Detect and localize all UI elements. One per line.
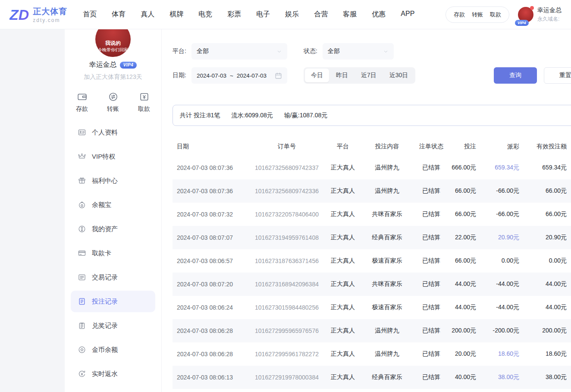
table-row[interactable]: 2024-07-03 08:06:28 1016272995965976576 … xyxy=(173,319,571,342)
table-row[interactable]: 2024-07-03 08:06:13 1016272919978000384 … xyxy=(173,366,571,389)
cell-order-number: 1016272919978000384 xyxy=(250,374,323,381)
sidebar-item[interactable]: 实时返水 xyxy=(71,363,155,385)
nav-item[interactable]: 电子 xyxy=(256,10,270,19)
sidebar-item-icon xyxy=(78,370,86,378)
date-separator: ~ xyxy=(230,72,233,79)
table-row[interactable]: 2024-07-03 08:06:28 1016272995961782272 … xyxy=(173,342,571,366)
main-nav: 首页体育真人棋牌电竞彩票电子娱乐合营客服优惠APP xyxy=(83,10,414,19)
sidebar-item[interactable]: 余额宝 xyxy=(71,194,155,216)
table-row[interactable]: 2024-07-03 08:07:07 1016273194959761408 … xyxy=(173,226,571,249)
brand-logo[interactable]: ZD 正大体育 zdty.com xyxy=(9,6,67,23)
cell-date: 2024-07-03 08:07:36 xyxy=(173,188,250,194)
date-range-tab[interactable]: 今日 xyxy=(305,69,329,82)
col-header-content: 投注内容 xyxy=(362,143,412,151)
nav-item[interactable]: 电竞 xyxy=(198,10,212,19)
sidebar-item[interactable]: 福利中心 xyxy=(71,170,155,191)
date-range-tab[interactable]: 近30日 xyxy=(383,69,414,82)
date-range-tab[interactable]: 昨日 xyxy=(330,69,354,82)
sidebar-item-label: 投注记录 xyxy=(92,298,118,306)
table-row[interactable]: 2024-07-03 08:06:24 1016273015984480256 … xyxy=(173,296,571,319)
sidebar-item[interactable]: VIP特权 xyxy=(71,146,155,167)
wallet-link[interactable]: 存款 xyxy=(454,11,465,19)
quick-actions: 存款 转账 取款 xyxy=(65,91,161,113)
sidebar-item[interactable]: 兑奖记录 xyxy=(71,315,155,336)
wallet-link[interactable]: 取款 xyxy=(490,11,501,19)
quick-action[interactable]: 取款 xyxy=(138,91,150,113)
cell-status: 已结算 xyxy=(412,234,451,241)
nav-item[interactable]: 真人 xyxy=(141,10,154,19)
header-user-block[interactable]: VIP4 幸运金总 永久域名: xyxy=(518,6,562,23)
avatar[interactable]: VIP4 xyxy=(518,7,533,22)
nav-item[interactable]: 首页 xyxy=(83,10,97,19)
cell-bet-content: 共咪百家乐 xyxy=(362,280,412,288)
nav-item[interactable]: 客服 xyxy=(343,10,357,19)
sidebar-item-label: 兑奖记录 xyxy=(92,322,118,330)
filter-row-platform: 平台: 全部 状态: 全部 xyxy=(173,43,571,60)
cell-date: 2024-07-03 08:07:36 xyxy=(173,164,250,171)
sidebar-item-label: 福利中心 xyxy=(92,177,118,185)
sidebar: 我说的 今晚带你们回家 幸运金总 VIP4 加入正大体育第123天 存款 转账 … xyxy=(65,29,162,392)
cell-bet-amount: 20.00元 xyxy=(451,350,479,358)
avatar[interactable]: 我说的 今晚带你们回家 xyxy=(95,29,131,57)
table-row[interactable]: 2024-07-03 08:06:57 1016273187636371456 … xyxy=(173,249,571,273)
cell-valid-amount: 38.00元 xyxy=(522,373,571,381)
quick-action[interactable]: 转账 xyxy=(107,91,119,113)
top-header: ZD 正大体育 zdty.com 首页体育真人棋牌电竞彩票电子娱乐合营客服优惠A… xyxy=(0,0,571,29)
avatar-overlay-text: 今晚带你们回家 xyxy=(98,47,128,53)
nav-item[interactable]: 娱乐 xyxy=(285,10,299,19)
cell-bet-content: 温州牌九 xyxy=(362,187,412,195)
cell-order-number: 1016273168942096384 xyxy=(250,281,323,288)
brand-name: 正大体育 xyxy=(33,6,67,17)
cell-order-number: 1016272995965976576 xyxy=(250,327,323,334)
brand-domain: zdty.com xyxy=(33,17,67,23)
cell-order-number: 1016273256809742337 xyxy=(250,164,323,171)
cell-bet-amount: 66.00元 xyxy=(451,187,479,195)
table-row[interactable]: 2024-07-03 08:07:36 1016273256809742336 … xyxy=(173,179,571,203)
table-body: 2024-07-03 08:07:36 1016273256809742337 … xyxy=(173,156,571,389)
cell-status: 已结算 xyxy=(412,257,451,265)
date-label: 日期: xyxy=(173,72,186,79)
cell-bet-content: 经典百家乐 xyxy=(362,373,412,381)
quick-action[interactable]: 存款 xyxy=(76,91,88,113)
cell-valid-amount: 0.00元 xyxy=(522,257,571,265)
summary-total: 共计 投注:81笔 xyxy=(180,112,220,119)
cell-platform: 正大真人 xyxy=(323,327,362,335)
sidebar-item[interactable]: 投注记录 xyxy=(71,291,155,312)
sidebar-item[interactable]: 取款卡 xyxy=(71,242,155,264)
nav-item[interactable]: 彩票 xyxy=(227,10,241,19)
sidebar-item[interactable]: 个人资料 xyxy=(71,122,155,143)
sidebar-item[interactable]: 消息中心 27 xyxy=(71,387,155,392)
summary-winloss: 输/赢:1087.08元 xyxy=(284,112,327,119)
cell-date: 2024-07-03 08:07:32 xyxy=(173,211,250,218)
cell-status: 已结算 xyxy=(412,187,451,195)
table-row[interactable]: 2024-07-03 08:07:36 1016273256809742337 … xyxy=(173,156,571,179)
cell-bet-content: 共咪百家乐 xyxy=(362,210,412,218)
nav-item[interactable]: APP xyxy=(401,10,414,19)
cell-platform: 正大真人 xyxy=(323,257,362,265)
quick-action-icon xyxy=(108,91,119,102)
sidebar-item[interactable]: 金币余额 xyxy=(71,339,155,361)
cell-status: 已结算 xyxy=(412,304,451,311)
wallet-link[interactable]: 转账 xyxy=(472,11,483,19)
cell-platform: 正大真人 xyxy=(323,187,362,195)
nav-item[interactable]: 合营 xyxy=(314,10,328,19)
nav-item[interactable]: 体育 xyxy=(112,10,125,19)
chevron-down-icon xyxy=(383,49,389,54)
sidebar-item[interactable]: 我的资产 xyxy=(71,218,155,240)
sidebar-item-icon xyxy=(78,176,86,185)
cell-payout: -66.00元 xyxy=(479,210,522,218)
table-row[interactable]: 2024-07-03 08:07:20 1016273168942096384 … xyxy=(173,273,571,296)
search-button[interactable]: 查询 xyxy=(494,67,537,84)
cell-order-number: 1016273187636371456 xyxy=(250,257,323,264)
nav-item[interactable]: 优惠 xyxy=(372,10,386,19)
date-range-input[interactable]: 2024-07-03 ~ 2024-07-03 xyxy=(191,67,287,84)
nav-item[interactable]: 棋牌 xyxy=(169,10,183,19)
sidebar-item[interactable]: 交易记录 xyxy=(71,267,155,288)
reset-button[interactable]: 重置 xyxy=(544,67,571,84)
status-select[interactable]: 全部 xyxy=(323,43,394,60)
platform-select[interactable]: 全部 xyxy=(191,43,287,60)
date-range-tab[interactable]: 近7日 xyxy=(355,69,383,82)
table-row[interactable]: 2024-07-03 08:07:32 1016273220578406400 … xyxy=(173,203,571,226)
cell-bet-amount: 66.00元 xyxy=(451,257,479,265)
sidebar-item-icon xyxy=(78,321,86,330)
